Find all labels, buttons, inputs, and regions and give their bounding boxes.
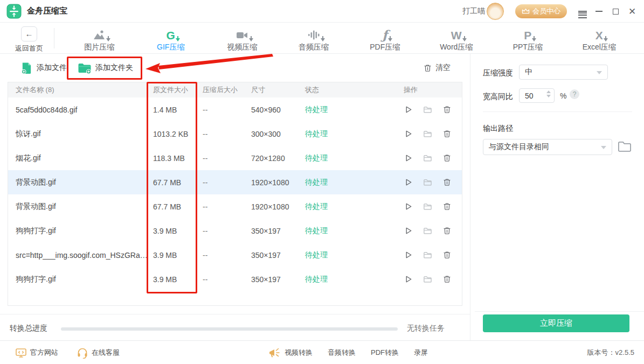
table-row-selected[interactable]: 背景动图.gif 67.7 MB -- 1920×1080 待处理	[8, 170, 462, 194]
tab-audio-compress[interactable]: 音频压缩	[278, 23, 350, 54]
output-path-label: 输出路径	[483, 124, 513, 134]
ratio-unit: %	[560, 92, 566, 100]
pdf-convert-link[interactable]: PDF转换	[371, 348, 399, 358]
excel-compress-icon: X	[595, 27, 603, 41]
play-button[interactable]	[404, 105, 413, 114]
delete-button[interactable]	[442, 178, 452, 187]
add-folder-button[interactable]: 添加文件夹	[78, 61, 133, 74]
status-badge: 待处理	[305, 129, 404, 139]
user-avatar[interactable]	[487, 3, 504, 20]
open-folder-button[interactable]	[423, 178, 432, 187]
output-path-dropdown[interactable]: 与源文件目录相同	[483, 139, 612, 155]
add-file-label: 添加文件	[37, 63, 67, 73]
open-folder-button[interactable]	[423, 275, 432, 284]
progress-status: 无转换任务	[407, 324, 445, 333]
close-button[interactable]: ✕	[624, 0, 640, 23]
pdf-compress-icon: ƒ	[382, 27, 387, 41]
delete-button[interactable]	[442, 153, 452, 163]
open-folder-button[interactable]	[423, 105, 432, 114]
play-button[interactable]	[404, 202, 413, 211]
table-row[interactable]: src=http___img.soogif.com_HSzGRass8.. 3.…	[8, 243, 462, 267]
table-row[interactable]: 5caf5dd0c84d8.gif 1.4 MB -- 540×960 待处理	[8, 97, 462, 122]
delete-button[interactable]	[442, 129, 452, 138]
status-badge: 待处理	[305, 226, 404, 236]
file-table: 文件名称 (8) 原文件大小 压缩后大小 尺寸 状态 操作 5caf5dd0c8…	[8, 82, 462, 306]
chevron-down-icon	[597, 71, 602, 74]
browse-folder-button[interactable]	[617, 139, 632, 154]
table-row[interactable]: 烟花.gif 118.3 MB -- 720×1280 待处理	[8, 146, 462, 170]
delete-button[interactable]	[442, 275, 452, 284]
table-row[interactable]: 背景动图.gif 67.7 MB -- 1920×1080 待处理	[8, 194, 462, 219]
delete-button[interactable]	[442, 105, 452, 114]
online-support-link[interactable]: 在线客服	[77, 347, 120, 359]
play-button[interactable]	[404, 226, 413, 235]
nav-bar: ← 返回首页 图片压缩 G GIF压缩 视频压缩 音频压缩 ƒ PDF压缩 W …	[0, 23, 644, 54]
vip-center-label: 会员中心	[532, 6, 560, 16]
open-folder-button[interactable]	[423, 250, 432, 260]
menu-button[interactable]	[574, 0, 591, 23]
back-home-button[interactable]: ← 返回首页	[14, 25, 44, 53]
header-file-name: 文件名称 (8)	[16, 85, 153, 95]
output-path-value: 与源文件目录相同	[489, 142, 549, 152]
clear-list-button[interactable]: 清空	[423, 63, 451, 73]
play-button[interactable]	[404, 129, 413, 138]
footer-bar: 官方网站 在线客服 视频转换 音频转换 PDF转换 录屏 版本号：v2.5.5	[0, 340, 644, 364]
add-file-button[interactable]: 添加文件	[20, 61, 67, 74]
image-compress-icon	[93, 27, 106, 41]
tab-word-compress[interactable]: W Word压缩	[421, 23, 493, 54]
tab-pdf-compress[interactable]: ƒ PDF压缩	[349, 23, 421, 54]
maximize-button[interactable]	[607, 0, 624, 23]
strength-label: 压缩强度	[483, 68, 513, 78]
status-badge: 待处理	[305, 250, 404, 260]
tab-gif-compress[interactable]: G GIF压缩	[135, 23, 207, 54]
word-compress-icon: W	[451, 27, 462, 41]
trash-icon	[423, 64, 432, 73]
video-compress-icon	[236, 27, 248, 41]
play-button[interactable]	[404, 250, 413, 260]
tab-video-compress[interactable]: 视频压缩	[206, 23, 278, 54]
table-row[interactable]: 狗狗打字.gif 3.9 MB -- 350×197 待处理	[8, 219, 462, 243]
official-site-link[interactable]: 官方网站	[15, 347, 58, 359]
app-title: 金舟压缩宝	[27, 6, 67, 16]
monitor-icon	[15, 347, 27, 358]
ppt-compress-icon: P	[524, 27, 531, 41]
vip-center-button[interactable]: 会员中心	[515, 4, 567, 18]
compress-now-button[interactable]: 立即压缩	[483, 314, 629, 332]
strength-dropdown[interactable]: 中	[519, 65, 608, 80]
status-badge: 待处理	[305, 105, 404, 115]
delete-button[interactable]	[442, 202, 452, 211]
clear-label: 清空	[435, 63, 451, 73]
table-row[interactable]: 惊讶.gif 1013.2 KB -- 300×300 待处理	[8, 122, 462, 146]
open-folder-button[interactable]	[423, 129, 432, 138]
screen-record-link[interactable]: 录屏	[414, 348, 428, 358]
progress-bar	[61, 327, 398, 331]
open-folder-button[interactable]	[423, 202, 432, 211]
app-logo-icon	[6, 4, 22, 19]
help-icon[interactable]: ?	[570, 89, 579, 99]
open-folder-button[interactable]	[423, 153, 432, 163]
headset-icon	[77, 347, 88, 359]
video-convert-link[interactable]: 视频转换	[268, 347, 313, 359]
play-button[interactable]	[404, 275, 413, 284]
tab-ppt-compress[interactable]: P PPT压缩	[492, 23, 564, 54]
delete-button[interactable]	[442, 250, 452, 260]
open-folder-button[interactable]	[423, 226, 432, 235]
title-bar: 金舟压缩宝 打工喵 会员中心 ✕	[0, 0, 644, 23]
status-badge: 待处理	[305, 202, 404, 212]
status-badge: 待处理	[305, 275, 404, 284]
play-button[interactable]	[404, 153, 413, 163]
header-original-size: 原文件大小	[153, 85, 203, 95]
ratio-stepper[interactable]	[546, 90, 551, 97]
tab-excel-compress[interactable]: X Excel压缩	[564, 23, 635, 54]
audio-convert-link[interactable]: 音频转换	[328, 348, 356, 358]
status-badge: 待处理	[305, 178, 404, 187]
minimize-button[interactable]	[591, 0, 607, 23]
progress-label: 转换总进度	[10, 324, 47, 333]
username[interactable]: 打工喵	[462, 6, 485, 16]
tab-image-compress[interactable]: 图片压缩	[64, 23, 135, 54]
delete-button[interactable]	[442, 226, 452, 235]
table-row[interactable]: 狗狗打字.gif 3.9 MB -- 350×197 待处理	[8, 267, 462, 291]
play-button[interactable]	[404, 178, 413, 187]
add-folder-icon	[78, 61, 92, 74]
add-file-icon	[20, 61, 33, 74]
